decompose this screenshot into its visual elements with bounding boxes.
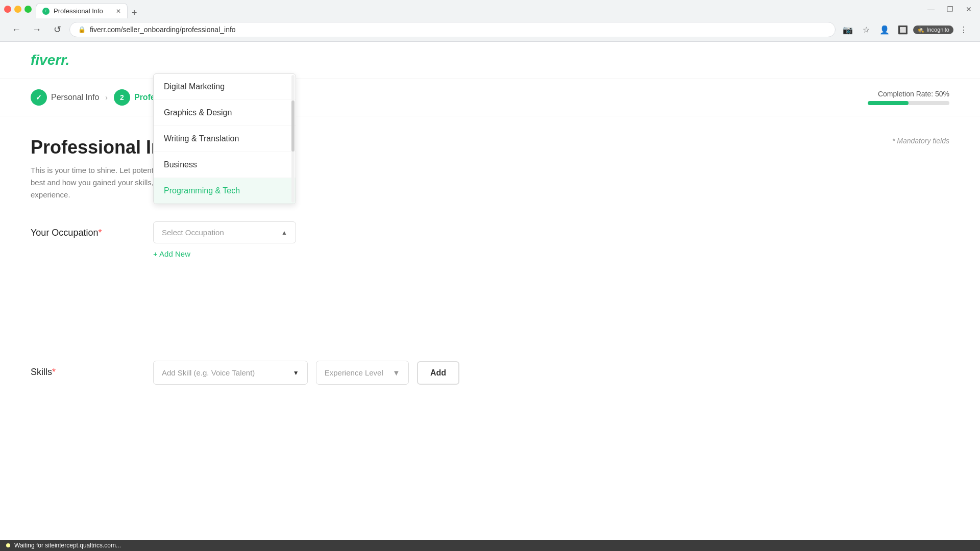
incognito-label: Incognito: [926, 27, 949, 33]
experience-chevron-icon: ▼: [393, 368, 400, 377]
close-window-button[interactable]: [4, 6, 11, 13]
skills-required-marker: *: [52, 367, 56, 377]
step-2-number: 2: [120, 93, 124, 102]
main-content: Professional Info This is your time to s…: [0, 116, 980, 417]
browser-chrome: F Professional Info ✕ + — ❐ ✕ ← → ↺ 🔒 fi…: [0, 0, 980, 42]
status-bar: Waiting for siteintercept.qualtrics.com.…: [0, 540, 980, 551]
skills-controls: Add Skill (e.g. Voice Talent) ▼ Experien…: [153, 361, 459, 385]
incognito-icon: 🕵️: [917, 27, 924, 33]
fiverr-logo: fiverr.: [31, 52, 949, 68]
skill-placeholder: Add Skill (e.g. Voice Talent): [162, 368, 255, 377]
no-camera-button[interactable]: 📷: [840, 21, 856, 38]
mandatory-note: * Mandatory fields: [892, 137, 949, 145]
step-1-circle: ✓: [31, 89, 47, 106]
logo-text: fiverr: [31, 52, 66, 68]
add-skill-button[interactable]: Add: [417, 361, 459, 385]
dropdown-item-programming-tech[interactable]: Programming & Tech: [154, 178, 296, 204]
browser-tabs: F Professional Info ✕ +: [36, 0, 919, 18]
incognito-badge: 🕵️ Incognito: [913, 26, 953, 34]
url-bar[interactable]: 🔒 fiverr.com/seller_onboarding/professio…: [69, 22, 836, 37]
occupation-label: Your Occupation*: [31, 221, 133, 238]
page-content: fiverr. ✓ Personal Info › 2 Professional…: [0, 42, 980, 547]
os-window-controls: — ❐ ✕: [923, 3, 976, 15]
dropdown-item-writing-translation[interactable]: Writing & Translation: [154, 126, 296, 152]
skills-row: Skills* Add Skill (e.g. Voice Talent) ▼ …: [31, 361, 949, 385]
step-2-circle: 2: [114, 89, 130, 106]
bookmark-button[interactable]: ☆: [858, 21, 874, 38]
browser-window-controls: [4, 6, 32, 13]
chevron-up-icon: ▲: [281, 229, 287, 236]
occupation-row: Your Occupation* Digital Marketing: [31, 221, 949, 259]
required-marker: *: [98, 228, 102, 238]
status-text: Waiting for siteintercept.qualtrics.com.…: [14, 542, 121, 549]
completion-fill: [868, 101, 909, 105]
refresh-button[interactable]: ↺: [49, 21, 65, 38]
forward-button[interactable]: →: [29, 21, 45, 38]
step-arrow-1: ›: [105, 93, 108, 102]
scroll-track: [291, 75, 295, 203]
os-minimize-button[interactable]: —: [923, 3, 939, 15]
experience-placeholder: Experience Level: [325, 368, 383, 377]
completion-rate: Completion Rate: 50%: [868, 90, 949, 105]
occupation-dropdown: Digital Marketing Graphics & Design Writ…: [153, 221, 459, 243]
scroll-thumb: [291, 101, 295, 152]
os-restore-button[interactable]: ❐: [943, 3, 958, 15]
occupation-placeholder: Select Occupation: [162, 228, 224, 237]
occupation-controls: Digital Marketing Graphics & Design Writ…: [153, 221, 459, 259]
page-header: fiverr.: [0, 42, 980, 79]
tab-favicon: F: [42, 8, 50, 15]
step-1-label: Personal Info: [51, 93, 99, 102]
extensions-button[interactable]: 🔲: [895, 21, 911, 38]
os-close-button[interactable]: ✕: [962, 3, 976, 15]
dropdown-menu: Digital Marketing Graphics & Design Writ…: [153, 73, 296, 204]
skill-select[interactable]: Add Skill (e.g. Voice Talent) ▼: [153, 361, 308, 385]
dropdown-scrollbar[interactable]: [291, 75, 295, 203]
browser-titlebar: F Professional Info ✕ + — ❐ ✕: [0, 0, 980, 18]
progress-section: ✓ Personal Info › 2 Professional Info › …: [0, 79, 980, 116]
skills-section: Skills* Add Skill (e.g. Voice Talent) ▼ …: [31, 361, 949, 385]
status-dot: [6, 543, 10, 547]
step-personal-info: ✓ Personal Info: [31, 89, 99, 106]
new-tab-button[interactable]: +: [128, 8, 141, 18]
dropdown-item-business[interactable]: Business: [154, 152, 296, 178]
address-bar: ← → ↺ 🔒 fiverr.com/seller_onboarding/pro…: [0, 18, 980, 41]
add-new-link[interactable]: + Add New: [153, 249, 190, 258]
dropdown-item-graphics-design[interactable]: Graphics & Design: [154, 100, 296, 126]
skills-input-row: Add Skill (e.g. Voice Talent) ▼ Experien…: [153, 361, 459, 385]
active-tab[interactable]: F Professional Info ✕: [36, 3, 128, 18]
occupation-label-text: Your Occupation: [31, 228, 98, 238]
maximize-window-button[interactable]: [24, 6, 32, 13]
completion-bar: [868, 101, 949, 105]
browser-action-buttons: 📷 ☆ 👤 🔲 🕵️ Incognito ⋮: [840, 21, 972, 38]
experience-select[interactable]: Experience Level ▼: [316, 361, 409, 385]
dropdown-items-list: Digital Marketing Graphics & Design Writ…: [154, 74, 296, 204]
more-options-button[interactable]: ⋮: [955, 21, 972, 38]
occupation-select[interactable]: Select Occupation ▲: [153, 221, 296, 243]
tab-title: Professional Info: [54, 7, 103, 15]
skills-label: Skills*: [31, 361, 133, 378]
skills-label-text: Skills: [31, 367, 52, 377]
tab-close-button[interactable]: ✕: [116, 8, 121, 15]
url-text: fiverr.com/seller_onboarding/professiona…: [90, 26, 827, 34]
completion-label: Completion Rate: 50%: [868, 90, 949, 98]
back-button[interactable]: ←: [8, 21, 24, 38]
logo-dot: .: [66, 52, 70, 68]
minimize-window-button[interactable]: [14, 6, 21, 13]
form-section: Your Occupation* Digital Marketing: [31, 221, 949, 385]
skill-chevron-icon: ▼: [293, 369, 299, 377]
security-icon: 🔒: [78, 26, 86, 33]
profile-button[interactable]: 👤: [876, 21, 893, 38]
dropdown-item-digital-marketing[interactable]: Digital Marketing: [154, 74, 296, 100]
